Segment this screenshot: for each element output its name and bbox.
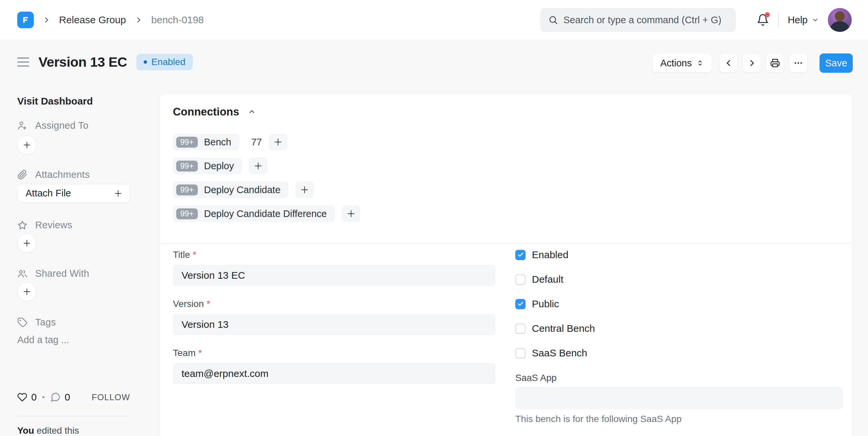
- navbar-divider: [778, 12, 779, 28]
- search-icon: [548, 15, 558, 25]
- printer-icon: [770, 58, 780, 68]
- more-menu-button[interactable]: [789, 54, 807, 73]
- attachments-section: Attachments: [17, 169, 90, 180]
- team-field: Team*: [173, 348, 495, 384]
- version-input[interactable]: [173, 314, 495, 335]
- section-divider: [160, 243, 852, 244]
- star-icon: [17, 220, 28, 230]
- search-input[interactable]: [563, 14, 728, 26]
- enabled-checkbox-row[interactable]: Enabled: [515, 250, 843, 260]
- heart-icon[interactable]: [17, 392, 27, 402]
- comment-icon[interactable]: [50, 392, 61, 403]
- tags-section: Tags: [17, 317, 56, 328]
- chevron-right-icon: [135, 16, 142, 24]
- status-badge: Enabled: [136, 54, 193, 70]
- visit-dashboard-link[interactable]: Visit Dashboard: [17, 96, 93, 107]
- default-checkbox-row[interactable]: Default: [515, 274, 843, 284]
- connection-row: 99+ Deploy: [173, 158, 360, 174]
- help-menu[interactable]: Help: [788, 14, 819, 26]
- paperclip-icon: [17, 169, 28, 180]
- sidebar-divider: [17, 416, 130, 416]
- page-actions: Actions Save: [652, 54, 853, 73]
- saas-bench-checkbox-row[interactable]: SaaS Bench: [515, 348, 843, 358]
- shared-with-section: Shared With: [17, 268, 89, 279]
- connection-link-deploy[interactable]: 99+ Deploy: [173, 158, 242, 174]
- menu-icon[interactable]: [17, 56, 29, 68]
- connection-link-deploy-candidate-difference[interactable]: 99+ Deploy Candidate Difference: [173, 206, 335, 222]
- dot-separator: [42, 396, 44, 398]
- assign-user-icon: [17, 120, 28, 131]
- count-badge: 99+: [176, 208, 198, 219]
- help-label: Help: [788, 14, 808, 26]
- count-badge: 99+: [176, 161, 198, 172]
- add-deploy-candidate-button[interactable]: [295, 182, 314, 198]
- document-social-row: 0 0 FOLLOW: [17, 392, 130, 403]
- frappe-logo-icon[interactable]: [17, 11, 34, 28]
- tag-icon: [17, 317, 28, 328]
- required-marker: *: [193, 250, 196, 260]
- required-marker: *: [198, 348, 202, 358]
- breadcrumb: Release Group bench-0198: [17, 0, 204, 40]
- assigned-to-section: Assigned To: [17, 120, 89, 131]
- connections-section-header[interactable]: Connections: [173, 105, 256, 118]
- form-column-left: Title* Version* Team*: [173, 250, 495, 397]
- checkbox-icon[interactable]: [515, 348, 526, 359]
- add-share-button[interactable]: [17, 282, 36, 301]
- public-checkbox-row[interactable]: Public: [515, 299, 843, 309]
- last-edited-text: You edited this: [17, 425, 79, 436]
- comment-count: 0: [65, 392, 70, 403]
- users-icon: [17, 269, 28, 279]
- checkbox-icon[interactable]: [515, 299, 526, 309]
- central-bench-checkbox-row[interactable]: Central Bench: [515, 323, 843, 334]
- follow-button[interactable]: FOLLOW: [92, 392, 130, 403]
- add-tag-input[interactable]: Add a tag ...: [17, 335, 69, 345]
- connections-list: 99+ Bench 77 99+ Deploy 99+ Deploy Candi…: [173, 134, 360, 229]
- previous-document-button[interactable]: [719, 54, 738, 73]
- connection-link-bench[interactable]: 99+ Bench: [173, 134, 239, 150]
- add-bench-button[interactable]: [269, 134, 287, 150]
- breadcrumb-parent[interactable]: Release Group: [59, 14, 126, 26]
- chevron-left-icon: [724, 59, 733, 67]
- navbar: Release Group bench-0198 Help: [0, 0, 868, 40]
- add-assignment-button[interactable]: [17, 135, 36, 155]
- page-header: Version 13 EC Enabled: [17, 52, 193, 72]
- breadcrumb-current: bench-0198: [151, 14, 204, 26]
- chevron-down-icon: [812, 16, 819, 24]
- connection-link-deploy-candidate[interactable]: 99+ Deploy Candidate: [173, 182, 288, 198]
- status-dot: [144, 60, 147, 64]
- reviews-section: Reviews: [17, 220, 72, 230]
- chevron-right-icon: [748, 59, 756, 67]
- navbar-right: Help: [756, 0, 852, 40]
- next-document-button[interactable]: [743, 54, 761, 73]
- title-input[interactable]: [173, 265, 495, 286]
- user-avatar[interactable]: [828, 8, 852, 32]
- connection-row: 99+ Bench 77: [173, 134, 360, 150]
- saas-app-label: SaaS App: [515, 373, 843, 383]
- select-chevrons-icon: [696, 59, 704, 67]
- team-input[interactable]: [173, 363, 495, 384]
- checkbox-icon[interactable]: [515, 250, 526, 260]
- count-badge: 99+: [176, 137, 198, 148]
- attach-file-button[interactable]: Attach File: [17, 184, 130, 203]
- save-button[interactable]: Save: [819, 54, 853, 73]
- global-search[interactable]: [540, 8, 736, 32]
- notifications-bell-icon[interactable]: [756, 13, 769, 27]
- add-review-button[interactable]: [17, 233, 36, 253]
- chevron-up-icon: [248, 108, 256, 116]
- checkbox-icon[interactable]: [515, 274, 526, 285]
- saas-app-input[interactable]: [515, 387, 843, 409]
- ellipsis-icon: [793, 58, 803, 68]
- plus-icon: [114, 189, 122, 198]
- checkbox-icon[interactable]: [515, 323, 526, 334]
- add-deploy-candidate-difference-button[interactable]: [342, 206, 360, 222]
- form-card: Connections 99+ Bench 77 99+ Deploy: [159, 93, 853, 436]
- connections-title: Connections: [173, 105, 239, 118]
- actions-button[interactable]: Actions: [652, 54, 712, 73]
- print-button[interactable]: [766, 54, 784, 73]
- count-badge: 99+: [176, 185, 198, 195]
- saas-app-help-text: This bench is for the following SaaS App: [515, 414, 843, 425]
- like-count: 0: [31, 392, 37, 403]
- add-deploy-button[interactable]: [249, 158, 268, 174]
- title-field: Title*: [173, 250, 495, 286]
- required-marker: *: [206, 299, 210, 309]
